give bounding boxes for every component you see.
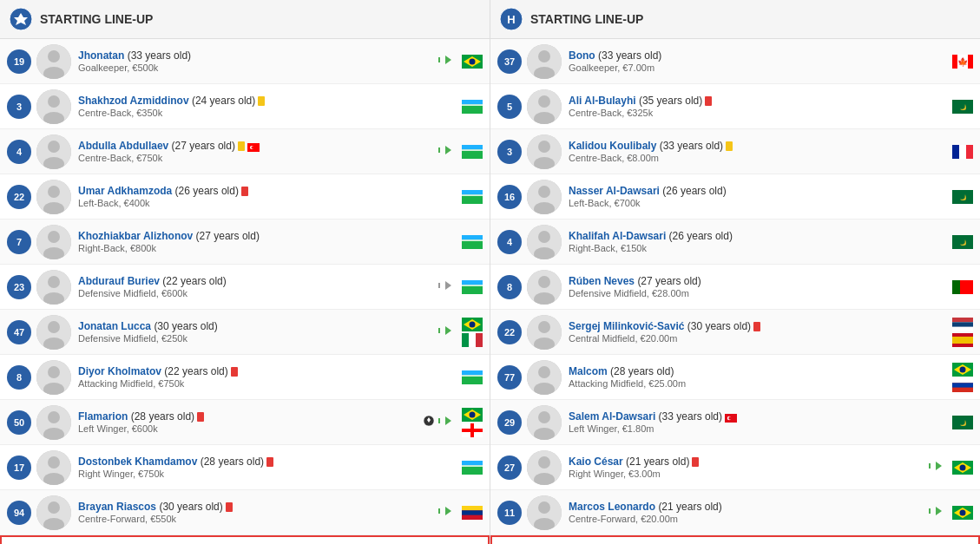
player-name[interactable]: Rúben Neves (27 years old) — [569, 275, 946, 287]
player-details: Attacking Midfield, €750k — [78, 378, 456, 389]
player-name[interactable]: Umar Adkhamzoda (26 years old) — [78, 185, 456, 197]
svg-rect-50 — [462, 285, 483, 286]
player-info: Malcom (28 years old)Attacking Midfield,… — [569, 365, 946, 389]
player-info: Rúben Neves (27 years old)Defensive Midf… — [569, 275, 946, 298]
red-card-icon — [231, 367, 238, 377]
player-details: Goalkeeper, €7.00m — [569, 62, 946, 73]
player-info: Sergej Milinković-Savić (30 years old)Ce… — [569, 320, 946, 344]
player-name[interactable]: Diyor Kholmatov (22 years old) — [78, 365, 456, 377]
player-details: Left Winger, €1.80m — [569, 423, 946, 434]
player-flags — [459, 506, 483, 520]
flag-br — [462, 318, 483, 331]
player-name[interactable]: Dostonbek Khamdamov (28 years old) — [78, 456, 456, 468]
jersey-number: 77 — [497, 365, 522, 390]
player-name[interactable]: Jonatan Lucca (30 years old) — [78, 320, 437, 332]
team-header: HSTARTING LINE-UP — [490, 0, 980, 39]
player-info: Bono (33 years old)Goalkeeper, €7.00m — [569, 49, 946, 73]
player-info: Nasser Al-Dawsari (26 years old)Left-Bac… — [569, 185, 946, 208]
player-info: Jhonatan (33 years old)Goalkeeper, €500k — [78, 49, 437, 73]
svg-point-158 — [538, 456, 550, 469]
player-row: 3 Shakhzod Azmiddinov (24 years old)Cent… — [0, 84, 490, 129]
player-row: 23 Abdurauf Buriev (22 years old)Defensi… — [0, 265, 490, 310]
flag-br — [462, 55, 483, 69]
player-flags — [950, 280, 973, 294]
flag-br — [952, 506, 973, 520]
player-details: Centre-Back, €8.00m — [569, 153, 946, 163]
jersey-number: 50 — [7, 410, 31, 435]
player-details: Centre-Back, €325k — [569, 108, 946, 118]
country-flag-icon — [247, 142, 260, 151]
svg-point-172 — [960, 509, 966, 515]
svg-point-101 — [538, 50, 550, 62]
player-icons — [456, 100, 483, 114]
jersey-number: 29 — [497, 410, 522, 435]
svg-point-112 — [538, 141, 550, 153]
player-name[interactable]: Shakhzod Azmiddinov (24 years old) — [78, 95, 456, 107]
player-name[interactable]: Abdurauf Buriev (22 years old) — [78, 275, 437, 287]
jersey-number: 37 — [497, 49, 522, 74]
svg-point-44 — [48, 276, 60, 288]
svg-rect-51 — [462, 289, 483, 293]
player-row: 47 Jonatan Lucca (30 years old)Defensive… — [0, 310, 490, 355]
player-details: Right Winger, €750k — [78, 469, 456, 479]
player-avatar — [527, 89, 562, 124]
svg-rect-16 — [462, 108, 483, 113]
player-name[interactable]: Abdulla Abdullaev (27 years old) — [78, 140, 437, 152]
svg-point-150 — [538, 411, 550, 423]
player-name[interactable]: Marcos Leonardo (21 years old) — [569, 501, 928, 513]
player-row: 22 Sergej Milinković-Savić (30 years old… — [490, 310, 980, 355]
svg-rect-139 — [952, 337, 973, 344]
player-icons — [946, 363, 973, 392]
svg-text:🍁: 🍁 — [957, 56, 969, 68]
substitution-icon — [928, 460, 944, 475]
player-info: Abdurauf Buriev (22 years old)Defensive … — [78, 275, 437, 298]
player-avatar — [36, 134, 71, 169]
player-name[interactable]: Kalidou Koulibaly (33 years old) — [569, 140, 946, 152]
team-footer: Foreigners: 7 (63.6%)Avg. age: 28.9Purch… — [490, 535, 980, 544]
player-name[interactable]: Sergej Milinković-Savić (30 years old) — [569, 320, 946, 332]
player-details: Right-Back, €150k — [569, 243, 946, 253]
player-icons — [946, 145, 973, 159]
jersey-number: 27 — [497, 456, 522, 480]
team-panel-team2: HSTARTING LINE-UP37 Bono (33 years old)G… — [490, 0, 980, 544]
player-flags: 🌙 — [950, 235, 973, 249]
svg-rect-88 — [462, 465, 483, 467]
svg-marker-160 — [936, 462, 942, 470]
svg-rect-147 — [952, 378, 973, 383]
player-name[interactable]: Nasser Al-Dawsari (26 years old) — [569, 185, 946, 197]
player-name[interactable]: Bono (33 years old) — [569, 49, 946, 62]
player-icons — [946, 318, 973, 347]
player-details: Right Winger, €3.00m — [569, 469, 928, 479]
player-name[interactable]: Brayan Riascos (30 years old) — [78, 501, 437, 513]
svg-rect-136 — [952, 318, 973, 322]
jersey-number: 4 — [497, 230, 522, 254]
player-info: Shakhzod Azmiddinov (24 years old)Centre… — [78, 95, 456, 118]
substitution-icon — [437, 279, 453, 294]
svg-marker-55 — [445, 326, 451, 335]
red-card-icon — [705, 96, 712, 106]
player-name[interactable]: Khalifah Al-Dawsari (26 years old) — [569, 230, 946, 242]
player-name[interactable]: Flamarion (28 years old) — [78, 410, 423, 423]
player-name[interactable]: Ali Al-Bulayhi (35 years old) — [569, 95, 946, 107]
player-icons — [928, 460, 973, 475]
red-card-icon — [266, 457, 273, 467]
svg-rect-14 — [462, 100, 483, 104]
flag-es — [952, 333, 973, 347]
player-name[interactable]: Jhonatan (33 years old) — [78, 49, 437, 62]
svg-marker-168 — [936, 507, 942, 515]
player-row: 8 Diyor Kholmatov (22 years old)Attackin… — [0, 355, 490, 400]
player-name[interactable]: Salem Al-Dawsari (33 years old) — [569, 410, 946, 423]
svg-point-53 — [48, 321, 60, 333]
team-panel-team1: STARTING LINE-UP19 Jhonatan (33 years ol… — [0, 0, 490, 544]
player-details: Left Winger, €600k — [78, 423, 423, 434]
svg-rect-87 — [462, 461, 483, 465]
player-info: Abdulla Abdullaev (27 years old)Centre-B… — [78, 140, 437, 163]
turkey-flag-icon — [725, 413, 737, 422]
jersey-number: 19 — [7, 49, 31, 74]
player-avatar — [527, 134, 562, 169]
player-flags: 🌙 — [950, 100, 973, 114]
player-name[interactable]: Kaio César (21 years old) — [569, 456, 928, 468]
player-name[interactable]: Khozhiakbar Alizhonov (27 years old) — [78, 230, 456, 242]
player-name[interactable]: Malcom (28 years old) — [569, 365, 946, 377]
svg-rect-49 — [462, 280, 483, 285]
